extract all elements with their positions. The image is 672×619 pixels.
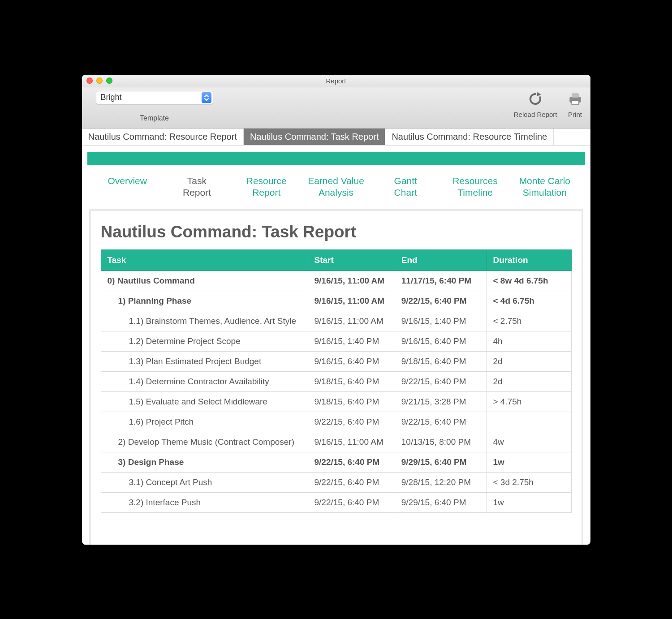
col-duration[interactable]: Duration (487, 250, 571, 271)
cell-end: 9/22/15, 6:40 PM (395, 291, 487, 311)
fullscreen-window-button[interactable] (106, 77, 112, 84)
cell-end: 9/22/15, 6:40 PM (395, 372, 487, 392)
toolbar: Bright Template Reload Report (82, 87, 590, 129)
cell-task: 1.5) Evaluate and Select Middleware (101, 392, 308, 412)
reload-report-button[interactable]: Reload Report (514, 89, 557, 118)
chevron-up-down-icon (202, 92, 211, 103)
close-window-button[interactable] (86, 77, 93, 84)
table-row[interactable]: 0) Nautilus Command9/16/15, 11:00 AM11/1… (101, 271, 571, 291)
template-group: Bright Template (87, 91, 222, 122)
cell-duration: 4w (487, 432, 571, 452)
cell-duration: < 4d 6.75h (487, 291, 571, 311)
print-icon (565, 89, 585, 109)
template-select-value: Bright (101, 93, 202, 102)
cell-start: 9/22/15, 6:40 PM (308, 493, 395, 513)
cell-end: 10/13/15, 8:00 PM (395, 432, 487, 452)
table-row[interactable]: 1.3) Plan Estimated Project Budget9/16/1… (101, 352, 571, 372)
cell-start: 9/18/15, 6:40 PM (308, 372, 395, 392)
cell-duration: 2d (487, 372, 571, 392)
table-row[interactable]: 2) Develop Theme Music (Contract Compose… (101, 432, 571, 452)
titlebar: Report (82, 75, 590, 87)
subnav-item-0[interactable]: Overview (93, 175, 162, 199)
window-title: Report (82, 77, 590, 85)
subnav-item-4[interactable]: GanttChart (371, 175, 440, 199)
subnav-item-2[interactable]: ResourceReport (232, 175, 301, 199)
table-row[interactable]: 3.1) Concept Art Push9/22/15, 6:40 PM9/2… (101, 473, 571, 493)
cell-end: 9/29/15, 6:40 PM (395, 452, 487, 473)
cell-start: 9/16/15, 6:40 PM (308, 352, 395, 372)
cell-task: 0) Nautilus Command (101, 271, 308, 291)
cell-start: 9/16/15, 11:00 AM (308, 271, 395, 291)
window-controls (86, 77, 112, 84)
cell-duration: > 4.75h (487, 392, 571, 412)
svg-rect-2 (572, 100, 579, 105)
table-row[interactable]: 1) Planning Phase9/16/15, 11:00 AM9/22/1… (101, 291, 571, 311)
cell-end: 9/22/15, 6:40 PM (395, 412, 487, 432)
app-window: Report Bright Template (82, 75, 590, 545)
cell-end: 9/16/15, 1:40 PM (395, 311, 487, 331)
report-body: Nautilus Command: Task Report Task Start… (89, 209, 583, 545)
cell-duration: < 3d 2.75h (487, 473, 571, 493)
cell-duration: 1w (487, 452, 571, 473)
print-button[interactable]: Print (565, 89, 585, 118)
cell-end: 9/28/15, 12:20 PM (395, 473, 487, 493)
accent-bar (87, 152, 585, 165)
report-title: Nautilus Command: Task Report (101, 223, 572, 241)
subnav-item-3[interactable]: Earned ValueAnalysis (301, 175, 370, 199)
report-tab-1[interactable]: Nautilus Command: Task Report (244, 129, 386, 145)
table-row[interactable]: 1.6) Project Pitch9/22/15, 6:40 PM9/22/1… (101, 412, 571, 432)
table-row[interactable]: 3.2) Interface Push9/22/15, 6:40 PM9/29/… (101, 493, 571, 513)
cell-end: 11/17/15, 6:40 PM (395, 271, 487, 291)
report-tab-2[interactable]: Nautilus Command: Resource Timeline (385, 129, 554, 145)
cell-start: 9/16/15, 11:00 AM (308, 291, 395, 311)
table-row[interactable]: 3) Design Phase9/22/15, 6:40 PM9/29/15, … (101, 452, 571, 473)
table-row[interactable]: 1.5) Evaluate and Select Middleware9/18/… (101, 392, 571, 412)
cell-start: 9/16/15, 11:00 AM (308, 432, 395, 452)
subnav-item-5[interactable]: ResourcesTimeline (440, 175, 510, 199)
cell-task: 1.4) Determine Contractor Availability (101, 372, 308, 392)
cell-task: 1.2) Determine Project Scope (101, 331, 308, 352)
subnav-item-1[interactable]: TaskReport (162, 175, 232, 199)
cell-start: 9/22/15, 6:40 PM (308, 412, 395, 432)
cell-task: 1.3) Plan Estimated Project Budget (101, 352, 308, 372)
cell-start: 9/18/15, 6:40 PM (308, 392, 395, 412)
subnav-item-6[interactable]: Monte CarloSimulation (510, 175, 579, 199)
report-tabs: Nautilus Command: Resource ReportNautilu… (82, 129, 590, 146)
reload-icon (526, 89, 545, 109)
table-row[interactable]: 1.2) Determine Project Scope9/16/15, 1:4… (101, 331, 571, 352)
cell-start: 9/16/15, 1:40 PM (308, 331, 395, 352)
content: OverviewTaskReportResourceReportEarned V… (82, 146, 590, 545)
col-start[interactable]: Start (308, 250, 395, 271)
cell-task: 1.1) Brainstorm Themes, Audience, Art St… (101, 311, 308, 331)
template-select[interactable]: Bright (96, 91, 213, 104)
cell-end: 9/21/15, 3:28 PM (395, 392, 487, 412)
cell-duration: < 2.75h (487, 311, 571, 331)
cell-start: 9/22/15, 6:40 PM (308, 473, 395, 493)
cell-end: 9/18/15, 6:40 PM (395, 352, 487, 372)
reload-label: Reload Report (514, 111, 557, 118)
cell-duration (487, 412, 571, 432)
table-row[interactable]: 1.1) Brainstorm Themes, Audience, Art St… (101, 311, 571, 331)
task-table: Task Start End Duration 0) Nautilus Comm… (101, 249, 572, 513)
cell-duration: < 8w 4d 6.75h (487, 271, 571, 291)
col-task[interactable]: Task (101, 250, 308, 271)
col-end[interactable]: End (395, 250, 487, 271)
report-subnav: OverviewTaskReportResourceReportEarned V… (87, 165, 585, 208)
cell-task: 3.1) Concept Art Push (101, 473, 308, 493)
cell-task: 1.6) Project Pitch (101, 412, 308, 432)
report-tab-0[interactable]: Nautilus Command: Resource Report (82, 129, 244, 145)
minimize-window-button[interactable] (96, 77, 103, 84)
toolbar-right: Reload Report Print (514, 89, 585, 118)
cell-task: 1) Planning Phase (101, 291, 308, 311)
svg-rect-1 (572, 93, 579, 98)
cell-end: 9/16/15, 6:40 PM (395, 331, 487, 352)
cell-task: 3.2) Interface Push (101, 493, 308, 513)
cell-duration: 1w (487, 493, 571, 513)
cell-duration: 4h (487, 331, 571, 352)
cell-start: 9/16/15, 11:00 AM (308, 311, 395, 331)
cell-task: 3) Design Phase (101, 452, 308, 473)
cell-end: 9/29/15, 6:40 PM (395, 493, 487, 513)
cell-task: 2) Develop Theme Music (Contract Compose… (101, 432, 308, 452)
report-inner: Nautilus Command: Task Report Task Start… (91, 211, 582, 545)
table-row[interactable]: 1.4) Determine Contractor Availability9/… (101, 372, 571, 392)
